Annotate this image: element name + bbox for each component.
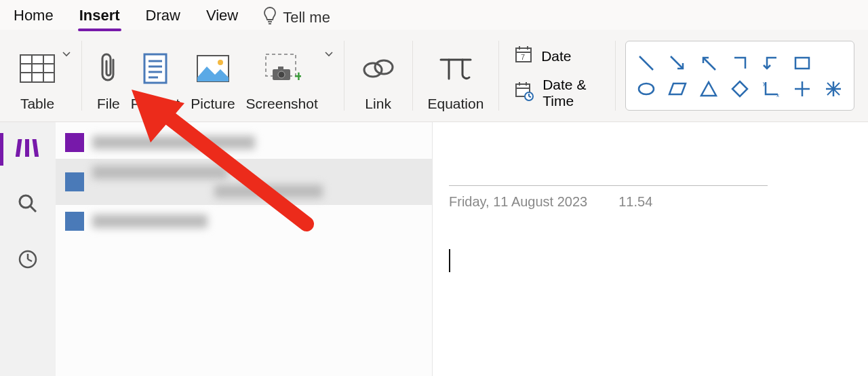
- date-button[interactable]: 7 Date: [514, 45, 600, 67]
- tab-view[interactable]: View: [205, 7, 239, 29]
- table-dropdown[interactable]: [61, 37, 72, 117]
- list-item[interactable]: [56, 205, 432, 238]
- svg-line-32: [529, 96, 531, 97]
- screenshot-dropdown[interactable]: [323, 37, 334, 117]
- svg-point-37: [639, 83, 654, 94]
- redacted-text: [92, 136, 255, 149]
- group-table: Table: [7, 33, 79, 119]
- search-button[interactable]: [7, 187, 48, 223]
- svg-line-50: [31, 206, 36, 212]
- ribbon-insert: Table File: [0, 30, 868, 122]
- shape-asterisk-icon[interactable]: [824, 79, 843, 98]
- section-color-swatch: [65, 212, 84, 231]
- page-time: 11.54: [618, 194, 652, 210]
- date-time-button[interactable]: Date & Time: [514, 77, 600, 109]
- tell-me-search[interactable]: Tell me: [262, 6, 330, 29]
- note-canvas[interactable]: Friday, 11 August 2023 11.54: [433, 122, 868, 376]
- separator: [81, 41, 82, 111]
- shape-parallelogram-icon[interactable]: [668, 79, 687, 98]
- date-label: Date: [541, 48, 571, 64]
- text-cursor: [449, 249, 450, 272]
- separator: [498, 41, 499, 111]
- list-item[interactable]: [56, 159, 432, 205]
- ribbon-tabs: Home Insert Draw View Tell me: [0, 0, 868, 30]
- section-color-swatch: [65, 172, 84, 191]
- separator: [615, 41, 616, 111]
- shape-elbow-icon[interactable]: [730, 54, 749, 73]
- svg-text:+: +: [294, 68, 301, 84]
- screenshot-icon: +: [263, 48, 301, 89]
- svg-point-16: [278, 71, 285, 78]
- notebooks-icon: [16, 136, 40, 162]
- printout-label: Printout: [131, 96, 180, 112]
- svg-rect-17: [278, 67, 283, 70]
- printout-icon: [140, 48, 170, 89]
- group-date: 7 Date Date & Time: [502, 33, 612, 119]
- tab-draw[interactable]: Draw: [144, 7, 182, 29]
- group-files: File Printout Pi: [85, 33, 341, 119]
- shape-diamond-icon[interactable]: [730, 79, 749, 98]
- picture-button[interactable]: Picture: [185, 43, 240, 112]
- shapes-gallery[interactable]: yx: [625, 41, 854, 111]
- svg-line-33: [639, 56, 653, 70]
- nav-rail: [0, 122, 56, 376]
- calendar-clock-icon: [514, 81, 534, 105]
- group-equation: Equation: [415, 33, 496, 119]
- notebooks-button[interactable]: [7, 132, 48, 167]
- svg-text:x: x: [776, 92, 779, 98]
- svg-text:y: y: [763, 80, 766, 86]
- table-icon: [19, 48, 56, 89]
- link-button[interactable]: Link: [354, 43, 403, 112]
- shape-rectangle-icon[interactable]: [793, 54, 812, 73]
- svg-point-20: [375, 60, 393, 74]
- shape-triangle-icon[interactable]: [699, 79, 718, 98]
- content-area: Friday, 11 August 2023 11.54: [0, 122, 868, 376]
- screenshot-label: Screenshot: [246, 96, 318, 112]
- shape-ellipse-icon[interactable]: [637, 79, 656, 98]
- shapes-row-1: [637, 54, 843, 73]
- calendar-icon: 7: [514, 45, 533, 67]
- shape-elbow-arrow-icon[interactable]: [762, 54, 781, 73]
- shape-arrow-se-icon[interactable]: [668, 54, 687, 73]
- printout-button[interactable]: Printout: [125, 43, 185, 112]
- shape-arrow-nw-icon[interactable]: [699, 54, 718, 73]
- list-item[interactable]: [56, 126, 432, 159]
- redacted-text: [92, 214, 208, 228]
- date-time-label: Date & Time: [542, 77, 600, 109]
- svg-point-49: [20, 195, 32, 208]
- picture-label: Picture: [191, 96, 235, 112]
- section-color-swatch: [65, 133, 84, 152]
- link-label: Link: [365, 96, 391, 112]
- tab-insert[interactable]: Insert: [78, 7, 121, 29]
- shape-plus-icon[interactable]: [793, 79, 812, 98]
- redacted-text: [214, 185, 323, 198]
- svg-rect-48: [33, 139, 39, 157]
- pi-icon: [437, 48, 475, 89]
- recent-button[interactable]: [7, 243, 48, 278]
- page-title-field[interactable]: [449, 149, 768, 186]
- group-link: Link: [347, 33, 410, 119]
- svg-line-53: [28, 259, 32, 261]
- separator: [344, 41, 344, 111]
- equation-button[interactable]: Equation: [422, 43, 489, 112]
- svg-rect-47: [25, 139, 29, 157]
- page-date: Friday, 11 August 2023: [449, 194, 587, 210]
- svg-rect-46: [16, 139, 22, 157]
- table-label: Table: [20, 96, 54, 112]
- shape-line-icon[interactable]: [637, 54, 656, 73]
- svg-rect-36: [795, 58, 809, 69]
- svg-line-35: [703, 58, 715, 70]
- search-icon: [17, 193, 39, 217]
- picture-icon: [196, 48, 230, 89]
- svg-line-34: [671, 56, 683, 69]
- shapes-row-2: yx: [637, 79, 843, 98]
- table-button[interactable]: Table: [14, 43, 61, 112]
- shape-axes-icon[interactable]: yx: [762, 79, 781, 98]
- tab-home[interactable]: Home: [12, 7, 55, 29]
- paperclip-icon: [97, 48, 120, 89]
- page-list: [56, 122, 433, 376]
- svg-rect-7: [144, 54, 166, 83]
- screenshot-button[interactable]: + Screenshot: [241, 43, 323, 112]
- svg-point-19: [364, 63, 382, 77]
- file-button[interactable]: File: [92, 43, 125, 112]
